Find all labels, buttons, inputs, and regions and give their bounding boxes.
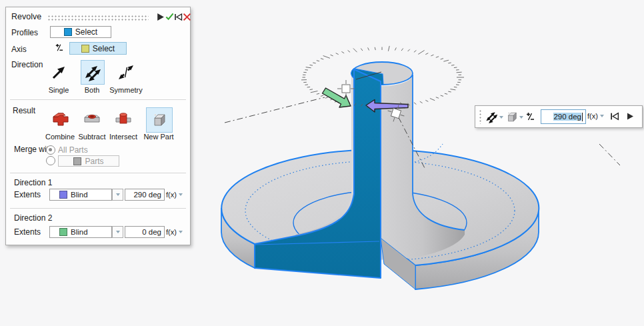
both-arrows-icon [84, 64, 101, 81]
profiles-select-button[interactable]: Select [50, 26, 111, 38]
toolbar-both-button[interactable] [485, 110, 498, 123]
direction2-color-swatch [59, 228, 67, 236]
direction1-combo-dropdown[interactable] [112, 189, 123, 201]
parts-select-button[interactable]: Parts [58, 155, 119, 167]
text-cursor [582, 113, 583, 121]
chevron-down-icon [179, 231, 183, 233]
single-caption: Single [49, 86, 69, 94]
merge-all-parts-radio[interactable] [46, 145, 55, 155]
symmetry-caption: Symmetry [109, 86, 143, 94]
direction1-label: Direction 1 [14, 178, 52, 187]
accept-check-icon[interactable] [165, 12, 174, 21]
toolbar-play-icon[interactable] [626, 112, 634, 121]
all-parts-label: All Parts [58, 145, 88, 155]
fx-label: f(x) [587, 112, 598, 120]
direction2-extent-type-combo[interactable]: Blind [49, 226, 112, 238]
chevron-down-icon [179, 193, 183, 196]
new-part-caption: New Part [143, 133, 173, 141]
axis-select-button[interactable]: Select [69, 42, 127, 55]
intersect-caption: Intersect [109, 133, 137, 141]
direction1-angle-input[interactable]: 290 deg [125, 189, 165, 201]
both-caption: Both [85, 86, 100, 94]
chevron-down-icon [116, 231, 120, 233]
result-intersect-button[interactable] [113, 109, 134, 130]
result-subtract-button[interactable] [81, 109, 103, 130]
direction1-extent-type-combo[interactable]: Blind [49, 189, 112, 201]
profiles-color-swatch [64, 28, 72, 36]
subtract-caption: Subtract [79, 133, 106, 141]
toolbar-both-dropdown[interactable] [499, 116, 503, 119]
preview-play-icon[interactable] [156, 13, 165, 21]
both-arrows-icon [485, 111, 498, 123]
merge-parts-radio[interactable] [46, 156, 55, 165]
toolbar-reset-icon[interactable] [610, 112, 619, 121]
direction-single-button[interactable] [47, 61, 70, 83]
parts-label: Parts [85, 157, 103, 166]
reset-icon[interactable] [174, 13, 183, 21]
axis-select-label: Select [93, 44, 115, 53]
direction2-fx-button[interactable]: f(x) [166, 228, 183, 236]
toolbar-fx-button[interactable]: f(x) [587, 112, 604, 120]
new-part-icon [150, 111, 169, 129]
direction1-extent-type: Blind [71, 191, 88, 199]
profiles-select-label: Select [75, 27, 97, 37]
result-combine-button[interactable] [50, 109, 71, 130]
combine-caption: Combine [45, 133, 75, 141]
direction2-angle-input[interactable]: 0 deg [125, 226, 165, 238]
separator [10, 173, 186, 173]
toolbar-plus-minus-icon[interactable] [525, 111, 535, 122]
direction1-color-swatch [59, 191, 67, 199]
fx-label: f(x) [166, 191, 177, 199]
single-arrow-icon [50, 63, 67, 81]
revolve-options-panel: Revolve Profiles Select Axis Select Dire… [5, 7, 191, 245]
axis-plus-minus-icon[interactable] [54, 43, 64, 53]
fx-label: f(x) [166, 228, 177, 236]
toolbar-angle-input[interactable]: 290 deg [541, 109, 586, 124]
symmetry-arrows-icon [117, 63, 135, 81]
direction1-fx-button[interactable]: f(x) [166, 191, 183, 199]
result-newpart-button[interactable] [146, 107, 173, 133]
mini-toolbar: 290 deg f(x) [475, 105, 643, 128]
profiles-label: Profiles [11, 28, 38, 37]
direction2-extents-label: Extents [14, 227, 41, 237]
axis-color-swatch [81, 45, 89, 53]
direction-both-button[interactable] [81, 60, 105, 85]
direction-label: Direction [11, 60, 43, 69]
panel-title: Revolve [11, 12, 41, 21]
combine-icon [51, 111, 70, 128]
toolbar-drag-grip[interactable] [479, 109, 482, 124]
intersect-icon [114, 111, 133, 128]
subtract-icon [83, 111, 101, 128]
parts-color-swatch [73, 157, 81, 165]
angle-reference-line-2 [599, 144, 620, 165]
axis-label: Axis [11, 45, 27, 54]
close-icon[interactable] [183, 13, 191, 21]
toolbar-newpart-button[interactable] [505, 109, 519, 124]
separator [10, 208, 186, 209]
direction1-angle-value: 290 deg [133, 191, 161, 199]
toolbar-newpart-dropdown[interactable] [519, 116, 523, 119]
direction2-extent-type: Blind [71, 228, 88, 236]
toolbar-angle-value: 290 deg [553, 113, 581, 121]
direction-symmetry-button[interactable] [111, 61, 141, 83]
new-part-icon [505, 110, 519, 124]
direction2-label: Direction 2 [14, 213, 52, 223]
panel-drag-grip[interactable] [47, 15, 149, 21]
direction2-angle-value: 0 deg [142, 228, 161, 236]
direction1-extents-label: Extents [14, 190, 41, 199]
chevron-down-icon [116, 193, 120, 196]
result-label: Result [13, 106, 35, 115]
separator [10, 99, 186, 100]
direction2-combo-dropdown[interactable] [112, 226, 123, 238]
axis-construction-line [225, 97, 325, 123]
chevron-down-icon [600, 115, 604, 117]
